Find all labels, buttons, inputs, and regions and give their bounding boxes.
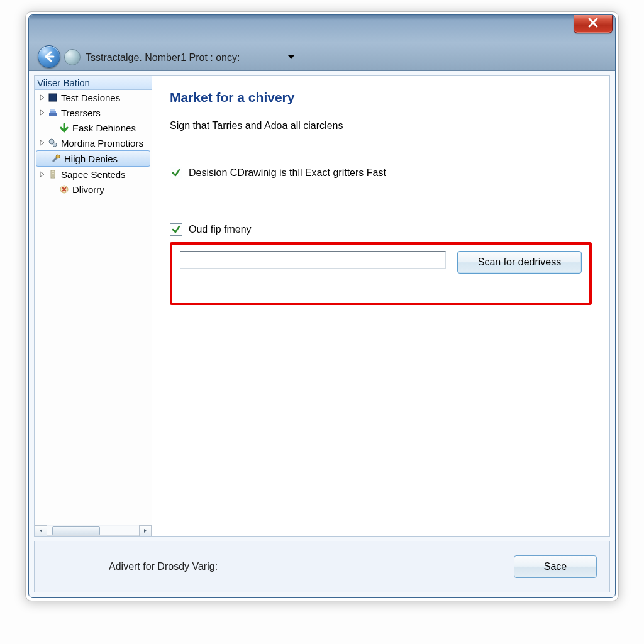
svg-point-5	[53, 143, 57, 147]
scroll-right-button[interactable]	[139, 525, 152, 536]
chevron-right-icon	[38, 170, 46, 178]
tree-item-label: Sapee Senteds	[61, 169, 126, 180]
check-icon	[172, 169, 180, 177]
tree-item-mordina-promotiors[interactable]: Mordina Promotiors	[35, 135, 152, 150]
chevron-right-icon	[38, 139, 46, 147]
chevron-right-icon	[38, 109, 46, 116]
scan-button[interactable]: Scan for dedrivess	[457, 251, 582, 274]
address-bar[interactable]: Tsstractalge. Nomber1 Prot : oncy:	[86, 50, 240, 65]
tree-header[interactable]: Viiser Bation	[35, 76, 152, 90]
globe-icon	[64, 49, 80, 65]
scroll-track[interactable]	[47, 526, 139, 536]
gears-icon	[47, 137, 58, 148]
checkbox-row-desision: Desision CDrawinig is thll Exact gritter…	[170, 167, 592, 179]
close-button[interactable]	[574, 14, 613, 33]
tree-item-hiigh-denies[interactable]: Hiigh Denies	[36, 150, 150, 167]
tree-item-eask-dehiones[interactable]: Eask Dehiones	[35, 120, 152, 135]
save-button[interactable]: Sace	[514, 555, 597, 578]
square-icon	[47, 92, 58, 103]
main-content: Market for a chivery Sign that Tarries a…	[152, 76, 609, 536]
tree-item-label: Mordina Promotiors	[61, 138, 143, 148]
chevron-right-icon	[38, 94, 46, 101]
tree-item-label: Eask Dehiones	[72, 123, 136, 133]
tree-item-label: Test Desiones	[61, 92, 120, 103]
checkbox-row-oud: Oud fip fmeny	[170, 223, 592, 236]
highlighted-scan-region: Scan for dedrivess	[170, 242, 592, 305]
scroll-thumb[interactable]	[52, 526, 100, 535]
tools-icon	[50, 153, 62, 164]
sidebar-horizontal-scrollbar[interactable]	[35, 525, 152, 536]
chevron-left-icon	[38, 528, 43, 533]
tree-item-label: Dlivorry	[72, 184, 104, 195]
svg-point-6	[56, 155, 60, 158]
tree-item-sapee-senteds[interactable]: Sapee Senteds	[35, 167, 152, 182]
checkbox-label: Desision CDrawinig is thll Exact gritter…	[189, 167, 386, 179]
scroll-left-button[interactable]	[35, 525, 47, 536]
checkbox-desision[interactable]	[170, 167, 182, 179]
back-arrow-icon	[43, 50, 55, 63]
svg-rect-0	[49, 94, 57, 101]
path-input[interactable]	[180, 251, 446, 269]
window-titlebar: Tsstractalge. Nomber1 Prot : oncy:	[29, 15, 615, 71]
svg-rect-2	[50, 111, 56, 113]
stack-icon	[47, 107, 58, 118]
tree-item-test-desiones[interactable]: Test Desiones	[35, 90, 152, 105]
down-arrow-icon	[58, 122, 70, 133]
checkbox-oud[interactable]	[170, 223, 182, 236]
chevron-down-icon[interactable]	[287, 53, 296, 62]
page-description: Sign that Tarries and Adoa all ciarclens	[170, 120, 592, 131]
svg-rect-1	[49, 113, 57, 116]
address-text: Tsstractalge. Nomber1 Prot : oncy:	[86, 52, 240, 64]
svg-rect-3	[50, 109, 55, 111]
tree-item-label: Tresrsers	[61, 108, 101, 118]
column-icon	[47, 169, 58, 180]
tree-item-tresrsers[interactable]: Tresrsers	[35, 105, 152, 120]
page-heading: Market for a chivery	[170, 90, 592, 105]
chevron-right-icon	[143, 528, 148, 533]
checkbox-label: Oud fip fmeny	[189, 224, 252, 235]
cross-icon	[58, 184, 70, 195]
dialog-footer: Adivert for Drosdy Varig: Sace	[34, 541, 610, 592]
footer-advert-label: Adivert for Drosdy Varig:	[109, 561, 218, 572]
tree-item-dlivorry[interactable]: Dlivorry	[35, 182, 152, 197]
back-button[interactable]	[38, 45, 60, 68]
sidebar-tree: Viiser Bation Test Desiones	[35, 76, 152, 536]
check-icon	[172, 225, 180, 234]
tree-item-label: Hiigh Denies	[64, 153, 118, 164]
close-icon	[587, 16, 599, 29]
